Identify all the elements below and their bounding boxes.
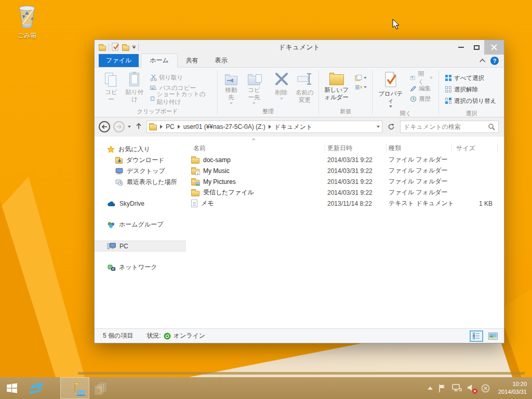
svg-text:W: W: [151, 87, 154, 90]
edit-button[interactable]: 編集: [408, 84, 434, 93]
column-header-size[interactable]: サイズ: [452, 143, 498, 153]
recent-places-icon: [115, 179, 123, 186]
details-view-button[interactable]: [470, 330, 483, 342]
easy-access-button[interactable]: [354, 83, 368, 91]
explorer-system-icon[interactable]: [99, 46, 106, 51]
ribbon-group-new: 新しいフォルダー 新規: [319, 69, 372, 117]
file-row[interactable]: メモ 2013/11/14 8:22 テキスト ドキュメント 1 KB: [186, 198, 504, 209]
network-tray-icon[interactable]: [451, 384, 462, 392]
sidebar-item-downloads[interactable]: ダウンロード: [95, 155, 186, 166]
status-circle-x-icon[interactable]: [481, 384, 490, 393]
tab-share[interactable]: 共有: [178, 54, 207, 67]
sidebar-item-pc[interactable]: PC: [95, 241, 186, 251]
new-folder-button[interactable]: 新しいフォルダー: [321, 70, 352, 102]
invert-selection-button[interactable]: 選択の切り替え: [443, 96, 498, 105]
qat-new-folder-icon[interactable]: [122, 46, 129, 51]
recycle-bin[interactable]: ごみ箱: [7, 3, 47, 40]
sidebar-item-recent[interactable]: 最近表示した場所: [95, 177, 186, 188]
sidebar-item-favorites[interactable]: お気に入り: [95, 144, 186, 155]
select-all-icon: [445, 74, 452, 82]
history-button[interactable]: 履歴: [408, 94, 434, 103]
file-row[interactable]: doc-samp 2014/03/31 9:22 ファイル フォルダー: [186, 154, 504, 165]
move-to-button[interactable]: 移動先: [220, 70, 243, 105]
chevron-right-icon[interactable]: [269, 125, 271, 129]
title-bar[interactable]: ドキュメント: [95, 40, 504, 55]
address-bar: PC user01 (¥¥nas-27-5C-0A) (Z:) ドキュメント: [95, 117, 504, 136]
back-button[interactable]: [99, 121, 110, 132]
search-box: [400, 121, 499, 133]
help-button[interactable]: ?: [490, 57, 499, 65]
open-button[interactable]: 開く: [408, 73, 434, 83]
paste-shortcut-button[interactable]: ショートカットの貼り付け: [149, 94, 213, 103]
rename-button[interactable]: 名前の変更: [293, 70, 317, 105]
group-label-select: 選択: [441, 109, 502, 119]
group-label-clipboard: クリップボード: [100, 107, 215, 117]
ribbon-tabs: ファイル ホーム 共有 表示 ?: [95, 55, 504, 68]
rename-icon: [297, 72, 312, 88]
copy-to-button[interactable]: コピー先: [243, 70, 265, 105]
file-row[interactable]: ♪My Music 2014/03/31 9:22 ファイル フォルダー: [186, 165, 504, 176]
column-header-type[interactable]: 種類: [387, 143, 452, 153]
minimize-button[interactable]: [453, 40, 469, 55]
open-icon: [410, 75, 416, 81]
sidebar-item-network[interactable]: ネットワーク: [95, 262, 186, 273]
file-row[interactable]: 受信したファイル 2014/03/31 9:22 ファイル フォルダー: [186, 187, 504, 198]
close-button[interactable]: [484, 40, 504, 55]
tab-view[interactable]: 表示: [207, 54, 236, 67]
paste-button[interactable]: 貼り付け: [123, 70, 147, 104]
taskbar-clock[interactable]: 10:20 2014/03/31: [495, 380, 527, 396]
status-label: 状況:: [147, 331, 161, 340]
new-item-button[interactable]: [354, 74, 368, 82]
chevron-right-icon[interactable]: [160, 125, 163, 129]
search-input[interactable]: [404, 123, 488, 130]
sidebar-item-desktop[interactable]: デスクトップ: [95, 166, 186, 177]
copy-path-icon: W: [150, 85, 157, 91]
tab-home[interactable]: ホーム: [141, 54, 178, 68]
up-icon: [136, 123, 142, 129]
favorites-star-icon: [107, 145, 115, 153]
breadcrumb-drive[interactable]: user01 (¥¥nas-27-5C-0A) (Z:): [183, 123, 265, 130]
delete-button[interactable]: 削除: [270, 70, 293, 101]
new-folder-icon: [329, 74, 344, 85]
breadcrumb-documents[interactable]: ドキュメント: [274, 123, 313, 131]
sort-ascending-icon: [251, 138, 256, 140]
taskbar-internet-explorer[interactable]: [24, 377, 48, 399]
properties-button[interactable]: プロパティ: [375, 70, 406, 109]
sidebar-item-homegroup[interactable]: ホームグループ: [95, 219, 186, 230]
forward-button[interactable]: [113, 121, 125, 132]
select-all-button[interactable]: すべて選択: [443, 73, 498, 83]
copy-button[interactable]: コピー: [100, 70, 123, 104]
up-button[interactable]: [134, 123, 143, 131]
thumbnail-view-button[interactable]: [486, 330, 500, 342]
tab-file[interactable]: ファイル: [99, 54, 139, 67]
thumbnail-view-icon: [488, 332, 498, 340]
qat-properties-icon[interactable]: [112, 43, 119, 52]
show-hidden-icons-button[interactable]: [428, 387, 433, 390]
search-icon[interactable]: [488, 123, 495, 130]
breadcrumb-pc[interactable]: PC: [166, 123, 175, 130]
select-none-button[interactable]: 選択解除: [443, 85, 498, 94]
sidebar-item-skydrive[interactable]: SkyDrive: [95, 198, 186, 209]
file-row[interactable]: My Pictures 2014/03/31 9:22 ファイル フォルダー: [186, 176, 504, 187]
column-header-date[interactable]: 更新日時: [325, 143, 387, 153]
taskbar-ghost-app[interactable]: [89, 377, 113, 399]
status-value: オンライン: [174, 331, 205, 340]
cut-button[interactable]: 切り取り: [149, 73, 213, 82]
ribbon-group-open: プロパティ 開く 編集: [373, 69, 438, 117]
breadcrumb[interactable]: PC user01 (¥¥nas-27-5C-0A) (Z:) ドキュメント: [147, 121, 382, 133]
volume-muted-icon[interactable]: [467, 383, 476, 393]
refresh-button[interactable]: [385, 121, 397, 132]
history-icon: [410, 96, 417, 102]
column-header-name[interactable]: 名前: [186, 143, 325, 153]
maximize-button[interactable]: [469, 40, 484, 55]
qat-customize-icon[interactable]: [132, 46, 136, 49]
chevron-right-icon[interactable]: [178, 125, 180, 129]
start-button[interactable]: [0, 377, 24, 399]
recent-locations-icon[interactable]: [128, 126, 131, 128]
taskbar-file-explorer[interactable]: [60, 377, 89, 399]
music-folder-icon: ♪: [191, 169, 200, 175]
minimize-ribbon-icon[interactable]: [480, 59, 485, 64]
action-center-flag-icon[interactable]: [438, 384, 446, 393]
picture-overlay: [195, 182, 200, 186]
address-dropdown-icon[interactable]: [377, 126, 380, 128]
